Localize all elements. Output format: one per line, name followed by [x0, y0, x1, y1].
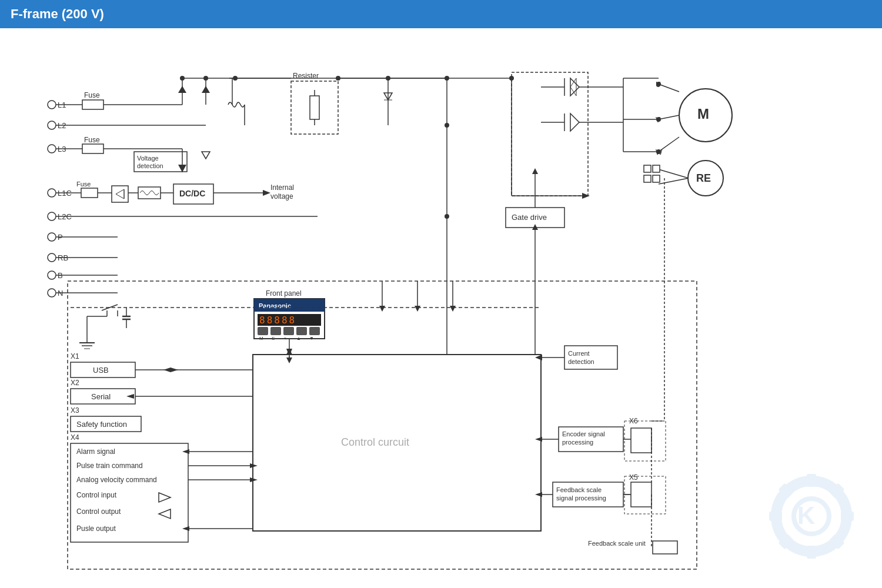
- svg-text:▲: ▲: [296, 336, 301, 341]
- page-title: F-frame (200 V): [11, 6, 104, 22]
- svg-rect-14: [82, 144, 103, 153]
- svg-rect-38: [310, 96, 319, 119]
- svg-rect-113: [270, 327, 281, 335]
- svg-text:Control output: Control output: [76, 507, 121, 516]
- svg-rect-249: [807, 546, 816, 559]
- svg-text:▼: ▼: [309, 336, 314, 341]
- svg-text:X1: X1: [71, 352, 79, 360]
- svg-text:DC/DC: DC/DC: [179, 189, 205, 198]
- svg-text:X2: X2: [71, 379, 79, 387]
- svg-text:M: M: [259, 336, 263, 341]
- svg-rect-184: [631, 482, 652, 507]
- svg-text:Control curcuit: Control curcuit: [341, 436, 409, 448]
- svg-point-31: [203, 76, 208, 81]
- svg-point-230: [445, 214, 449, 219]
- svg-rect-251: [769, 512, 782, 521]
- svg-text:M: M: [697, 106, 709, 122]
- svg-text:Encoder signal: Encoder signal: [562, 430, 605, 437]
- circuit-diagram: L1 Fuse L2 L3 Fuse Voltage detection: [0, 28, 882, 588]
- svg-text:Alarm signal: Alarm signal: [76, 447, 115, 456]
- svg-text:Fuse: Fuse: [84, 136, 100, 144]
- svg-text:X5: X5: [629, 473, 638, 482]
- svg-text:Front panel: Front panel: [266, 289, 302, 298]
- svg-text:S: S: [272, 336, 275, 341]
- svg-point-229: [445, 123, 449, 128]
- svg-text:USB: USB: [93, 366, 109, 375]
- svg-rect-115: [296, 327, 307, 335]
- svg-text:K: K: [797, 502, 815, 529]
- svg-text:Panasonic: Panasonic: [259, 302, 291, 309]
- svg-rect-74: [81, 188, 98, 198]
- svg-point-62: [656, 82, 661, 86]
- page-container: F-frame (200 V) L1 Fuse L2 L3 Fuse: [0, 0, 882, 588]
- svg-text:Analog velocity command: Analog velocity command: [76, 476, 157, 484]
- svg-rect-176: [631, 428, 652, 453]
- svg-text:RE: RE: [696, 172, 711, 184]
- svg-text:X3: X3: [71, 406, 79, 415]
- svg-text:88888: 88888: [259, 315, 296, 326]
- svg-text:Gate drive: Gate drive: [512, 213, 547, 222]
- svg-rect-247: [841, 512, 854, 521]
- svg-text:X4: X4: [71, 433, 79, 442]
- svg-point-30: [180, 76, 185, 81]
- svg-rect-112: [258, 327, 268, 335]
- page-header: F-frame (200 V): [0, 0, 882, 28]
- svg-text:Pulse train command: Pulse train command: [76, 462, 143, 470]
- svg-rect-77: [112, 186, 128, 202]
- svg-text:detection: detection: [137, 162, 163, 169]
- svg-text:Feedback scale: Feedback scale: [556, 486, 602, 493]
- svg-text:Current: Current: [568, 350, 590, 357]
- svg-text:Pusle output: Pusle output: [76, 524, 116, 533]
- svg-rect-116: [309, 327, 320, 335]
- svg-text:Voltage: Voltage: [137, 155, 159, 162]
- svg-text:Control input: Control input: [76, 491, 117, 499]
- diagram-area: L1 Fuse L2 L3 Fuse Voltage detection: [0, 28, 882, 588]
- svg-rect-5: [82, 100, 103, 109]
- svg-text:voltage: voltage: [270, 192, 293, 201]
- svg-rect-70: [653, 175, 660, 182]
- svg-rect-114: [283, 327, 294, 335]
- svg-rect-69: [653, 165, 660, 172]
- svg-rect-67: [644, 165, 651, 172]
- svg-rect-68: [644, 175, 651, 182]
- svg-text:signal processing: signal processing: [556, 495, 606, 502]
- svg-text:Serial: Serial: [91, 392, 111, 401]
- svg-text:Fuse: Fuse: [76, 181, 91, 188]
- svg-text:<: <: [283, 336, 286, 341]
- svg-point-42: [336, 76, 340, 81]
- svg-text:detection: detection: [568, 358, 594, 365]
- svg-rect-245: [807, 474, 816, 487]
- svg-text:processing: processing: [562, 439, 593, 446]
- svg-text:Safety function: Safety function: [76, 420, 127, 429]
- svg-rect-187: [653, 541, 677, 554]
- svg-text:Resister: Resister: [293, 72, 319, 80]
- svg-text:Internal: Internal: [270, 183, 294, 192]
- svg-text:Feedback scale unit: Feedback scale unit: [588, 540, 646, 547]
- svg-text:Fuse: Fuse: [84, 91, 100, 99]
- svg-rect-130: [564, 346, 617, 369]
